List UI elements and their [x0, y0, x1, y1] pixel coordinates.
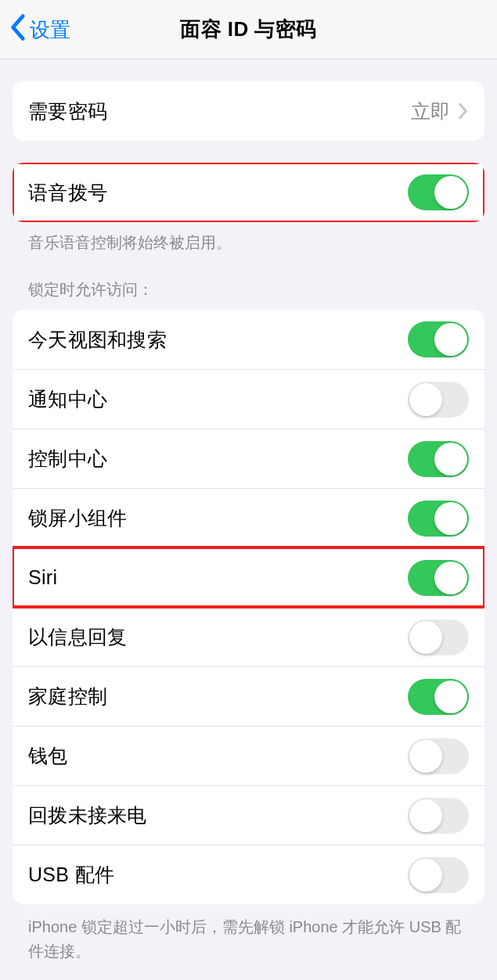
lock-access-item-label: USB 配件: [28, 862, 114, 888]
voice-dial-label: 语音拨号: [28, 180, 107, 206]
back-button[interactable]: 设置: [6, 0, 70, 59]
lock-access-row: 钱包: [13, 726, 484, 785]
lock-access-row: 家庭控制: [13, 666, 484, 726]
lock-access-item-label: 控制中心: [28, 446, 107, 472]
lock-access-row: 以信息回复: [13, 607, 484, 666]
lock-access-item-label: 通知中心: [28, 386, 107, 412]
lock-access-row: 控制中心: [13, 429, 484, 488]
back-label: 设置: [30, 16, 70, 44]
lock-access-item-label: 钱包: [28, 743, 68, 769]
lock-access-item-toggle[interactable]: [408, 679, 469, 715]
lock-access-row: USB 配件: [13, 845, 484, 904]
lock-access-item-toggle[interactable]: [408, 619, 469, 655]
lock-access-item-toggle[interactable]: [408, 560, 469, 596]
voice-dial-row: 语音拨号: [13, 163, 484, 222]
lock-access-item-toggle[interactable]: [408, 738, 469, 774]
passcode-group: 需要密码 立即: [13, 81, 484, 141]
lock-access-group: 今天视图和搜索通知中心控制中心锁屏小组件Siri以信息回复家庭控制钱包回拨未接来…: [13, 310, 484, 904]
lock-access-item-toggle[interactable]: [408, 857, 469, 893]
lock-access-item-label: 以信息回复: [28, 624, 128, 650]
lock-access-item-toggle[interactable]: [408, 501, 469, 537]
require-passcode-row[interactable]: 需要密码 立即: [13, 81, 484, 141]
lock-access-item-toggle[interactable]: [408, 382, 469, 418]
lock-access-footer: iPhone 锁定超过一小时后，需先解锁 iPhone 才能允许 USB 配件连…: [13, 904, 484, 964]
lock-access-item-toggle[interactable]: [408, 798, 469, 834]
voice-dial-toggle[interactable]: [408, 174, 469, 210]
chevron-right-icon: [458, 102, 469, 120]
nav-bar: 设置 面容 ID 与密码: [0, 0, 497, 59]
lock-access-item-label: 回拨未接来电: [28, 802, 147, 828]
lock-access-item-label: Siri: [28, 566, 57, 589]
lock-access-header: 锁定时允许访问：: [13, 254, 484, 300]
voice-dial-group: 语音拨号: [13, 163, 484, 222]
lock-access-item-label: 今天视图和搜索: [28, 327, 167, 353]
chevron-left-icon: [6, 13, 28, 47]
page-title: 面容 ID 与密码: [180, 16, 317, 43]
require-passcode-label: 需要密码: [28, 99, 107, 124]
require-passcode-value: 立即: [411, 99, 450, 124]
lock-access-row: 通知中心: [13, 369, 484, 429]
lock-access-row: 锁屏小组件: [13, 488, 484, 547]
lock-access-item-label: 锁屏小组件: [28, 505, 128, 531]
voice-dial-footer: 音乐语音控制将始终被启用。: [13, 222, 484, 254]
lock-access-item-label: 家庭控制: [28, 684, 107, 709]
lock-access-row: Siri: [13, 547, 484, 607]
lock-access-item-toggle[interactable]: [408, 321, 469, 357]
lock-access-row: 今天视图和搜索: [13, 310, 484, 369]
lock-access-item-toggle[interactable]: [408, 441, 469, 477]
lock-access-row: 回拨未接来电: [13, 785, 484, 845]
